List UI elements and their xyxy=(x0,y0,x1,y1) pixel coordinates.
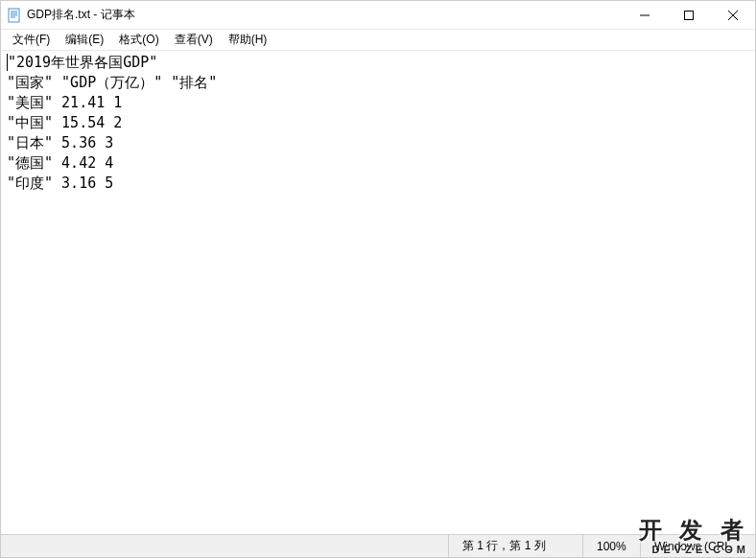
menu-format[interactable]: 格式(O) xyxy=(111,30,166,50)
menu-help[interactable]: 帮助(H) xyxy=(221,30,275,50)
status-encoding: Windows (CRL xyxy=(640,535,755,557)
content-line: "日本" 5.36 3 xyxy=(7,134,113,151)
close-button[interactable] xyxy=(711,1,755,29)
menu-edit[interactable]: 编辑(E) xyxy=(58,30,111,50)
status-cursor-position: 第 1 行，第 1 列 xyxy=(448,535,582,557)
text-editor-area[interactable]: "2019年世界各国GDP" "国家" "GDP（万亿）" "排名" "美国" … xyxy=(1,51,755,534)
status-zoom: 100% xyxy=(582,535,640,557)
content-line: "美国" 21.41 1 xyxy=(7,94,122,111)
content-line: "2019年世界各国GDP" xyxy=(8,54,157,71)
svg-rect-6 xyxy=(685,11,694,19)
minimize-button[interactable] xyxy=(623,1,667,29)
window-title: GDP排名.txt - 记事本 xyxy=(27,7,135,23)
window-controls xyxy=(623,1,755,29)
content-line: "中国" 15.54 2 xyxy=(7,114,122,131)
content-line: "印度" 3.16 5 xyxy=(7,174,113,192)
menu-file[interactable]: 文件(F) xyxy=(5,30,58,50)
content-line: "国家" "GDP（万亿）" "排名" xyxy=(7,74,217,91)
menu-view[interactable]: 查看(V) xyxy=(167,30,221,50)
titlebar: GDP排名.txt - 记事本 xyxy=(1,1,755,30)
menubar: 文件(F) 编辑(E) 格式(O) 查看(V) 帮助(H) xyxy=(1,30,755,51)
maximize-button[interactable] xyxy=(667,1,711,29)
statusbar: 第 1 行，第 1 列 100% Windows (CRL xyxy=(1,534,755,557)
notepad-icon xyxy=(7,8,22,23)
content-line: "德国" 4.42 4 xyxy=(7,154,113,172)
